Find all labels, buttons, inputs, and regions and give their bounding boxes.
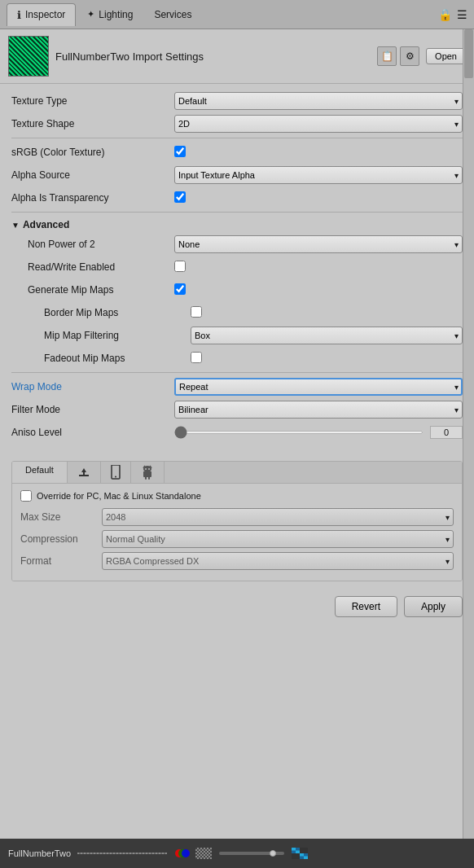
tab-bar-right: 🔒 ☰ <box>438 8 467 21</box>
aniso-value: 0 <box>430 426 463 439</box>
info-icon-btn[interactable]: 📋 <box>377 46 397 66</box>
checkerboard-alt-icon[interactable] <box>291 844 309 862</box>
platform-content: Override for PC, Mac & Linux Standalone … <box>12 484 462 581</box>
alpha-source-select[interactable]: Input Texture Alpha <box>174 166 463 184</box>
form-area: Texture Type Default Texture Shape 2D sR… <box>0 84 474 454</box>
fadeout-mip-row: Fadeout Mip Maps <box>11 349 463 367</box>
divider-3 <box>11 372 463 373</box>
border-mip-checkbox[interactable] <box>191 306 202 318</box>
mip-filtering-select[interactable]: Box <box>191 327 463 344</box>
filter-mode-select[interactable]: Bilinear <box>174 401 463 419</box>
status-filename: FullNumberTwo <box>8 848 71 858</box>
tab-lighting[interactable]: ✦ Lighting <box>77 3 143 26</box>
color-rgb-icon[interactable] <box>173 844 191 862</box>
non-power-select[interactable]: None <box>174 235 463 253</box>
android-icon <box>141 465 154 480</box>
wrap-mode-select-wrapper: Repeat <box>174 378 463 396</box>
lighting-icon: ✦ <box>87 9 94 20</box>
svg-rect-18 <box>300 853 304 857</box>
filter-mode-label: Filter Mode <box>11 404 174 415</box>
format-select[interactable]: RGBA Compressed DX <box>102 552 454 570</box>
wrap-mode-select[interactable]: Repeat <box>174 378 463 396</box>
wrap-mode-row: Wrap Mode Repeat <box>11 378 463 396</box>
srgb-checkbox[interactable] <box>174 146 186 157</box>
advanced-section-header[interactable]: ▼ Advanced <box>11 219 463 230</box>
alpha-source-label: Alpha Source <box>11 169 174 181</box>
aniso-row: Aniso Level 0 <box>11 423 463 441</box>
alpha-transparency-checkbox[interactable] <box>174 191 186 203</box>
svg-point-4 <box>115 476 116 478</box>
max-size-select[interactable]: 2048 <box>102 508 454 526</box>
status-slider[interactable] <box>219 852 284 855</box>
fadeout-mip-control <box>191 352 463 366</box>
divider-2 <box>11 212 463 213</box>
mip-filtering-select-wrapper: Box <box>191 327 463 344</box>
alpha-transparency-row: Alpha Is Transparency <box>11 189 463 207</box>
texture-type-select[interactable]: Default <box>174 92 463 110</box>
format-row: Format RGBA Compressed DX <box>20 552 454 570</box>
mobile-icon <box>111 465 121 480</box>
read-write-checkbox[interactable] <box>174 261 186 272</box>
aniso-control: 0 <box>174 426 463 439</box>
divider-1 <box>11 138 463 138</box>
generate-mip-control <box>174 283 463 297</box>
tab-services[interactable]: Services <box>144 3 201 26</box>
scrollbar-thumb[interactable] <box>464 29 473 78</box>
texture-type-control: Default <box>174 92 463 110</box>
scrollbar[interactable] <box>463 29 474 839</box>
alpha-source-select-wrapper: Input Texture Alpha <box>174 166 463 184</box>
mip-filtering-label: Mip Map Filtering <box>44 330 191 341</box>
border-mip-control <box>191 306 463 320</box>
tab-services-label: Services <box>154 9 191 20</box>
texture-type-row: Texture Type Default <box>11 92 463 110</box>
lock-icon[interactable]: 🔒 <box>438 8 452 21</box>
compression-row: Compression Normal Quality <box>20 530 454 548</box>
filter-mode-control: Bilinear <box>174 401 463 419</box>
tab-inspector[interactable]: ℹ Inspector <box>7 3 76 26</box>
compression-select-wrapper: Normal Quality <box>102 530 454 548</box>
non-power-row: Non Power of 2 None <box>11 235 463 253</box>
color-checker-icon[interactable] <box>195 844 213 862</box>
texture-shape-select[interactable]: 2D <box>174 115 463 133</box>
fadeout-mip-checkbox[interactable] <box>191 352 202 363</box>
header-actions: 📋 ⚙ <box>377 46 419 66</box>
status-icons <box>173 844 213 862</box>
aniso-label: Aniso Level <box>11 427 174 438</box>
platform-tab-mobile[interactable] <box>101 462 131 483</box>
svg-rect-19 <box>304 857 308 860</box>
platform-tab-default[interactable]: Default <box>12 462 68 483</box>
asset-thumbnail <box>8 36 49 77</box>
checkerboard-display <box>195 848 212 859</box>
menu-icon[interactable]: ☰ <box>457 8 467 21</box>
generate-mip-checkbox[interactable] <box>174 283 186 295</box>
pattern-icon <box>292 848 308 859</box>
tab-bar: ℹ Inspector ✦ Lighting Services 🔒 ☰ <box>0 0 474 29</box>
override-row: Override for PC, Mac & Linux Standalone <box>20 490 454 502</box>
override-checkbox[interactable] <box>20 490 32 502</box>
revert-button[interactable]: Revert <box>335 596 397 617</box>
download-icon <box>77 466 90 479</box>
srgb-control <box>174 146 463 160</box>
platform-tab-pc[interactable] <box>68 462 101 483</box>
srgb-label: sRGB (Color Texture) <box>11 147 174 158</box>
generate-mip-label: Generate Mip Maps <box>28 284 174 296</box>
compression-label: Compression <box>20 533 102 545</box>
svg-rect-2 <box>83 471 85 476</box>
compression-select[interactable]: Normal Quality <box>102 530 454 548</box>
gear-icon-btn[interactable]: ⚙ <box>400 46 419 66</box>
filter-mode-row: Filter Mode Bilinear <box>11 401 463 419</box>
mip-filtering-control: Box <box>191 327 463 344</box>
rgb-swatch-icon <box>174 848 191 859</box>
platform-tab-android[interactable] <box>131 462 165 483</box>
apply-button[interactable]: Apply <box>404 596 463 617</box>
advanced-triangle-icon: ▼ <box>11 221 20 230</box>
texture-type-select-wrapper: Default <box>174 92 463 110</box>
advanced-label: Advanced <box>23 219 69 230</box>
platform-tabs: Default <box>12 462 462 484</box>
aniso-slider[interactable] <box>174 431 424 434</box>
alpha-transparency-label: Alpha Is Transparency <box>11 192 174 204</box>
non-power-label: Non Power of 2 <box>28 239 174 250</box>
open-button[interactable]: Open <box>426 48 466 64</box>
wrap-mode-label: Wrap Mode <box>11 381 174 392</box>
override-label: Override for PC, Mac & Linux Standalone <box>37 491 201 501</box>
